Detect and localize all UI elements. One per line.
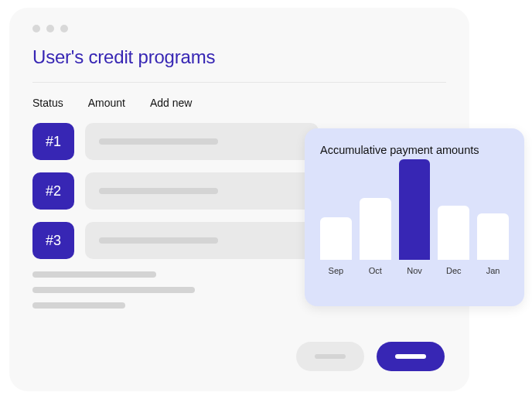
chart-bar-column: Jan — [477, 213, 509, 275]
column-headers: Status Amount Add new — [32, 97, 446, 109]
amount-field[interactable] — [85, 222, 319, 259]
placeholder-line — [32, 287, 195, 293]
chart-bar — [320, 217, 352, 260]
window-dot-icon — [32, 25, 40, 32]
col-addnew[interactable]: Add new — [150, 97, 192, 109]
chart-x-label: Dec — [446, 266, 462, 275]
list-item[interactable]: #1 — [32, 123, 319, 160]
placeholder-line — [99, 237, 218, 244]
credit-program-list: #1 #2 #3 — [32, 123, 319, 259]
window-dot-icon — [60, 25, 68, 32]
chart-title: Accumulative payment amounts — [320, 144, 509, 156]
chart-x-label: Sep — [329, 266, 344, 275]
window-controls — [32, 25, 446, 32]
chart-bar — [399, 159, 431, 260]
col-status: Status — [32, 97, 63, 109]
chart-card: Accumulative payment amounts SepOctNovDe… — [305, 128, 524, 306]
placeholder-line — [99, 138, 218, 145]
chart-bar-column: Oct — [360, 198, 391, 275]
chart-bar — [360, 198, 391, 260]
button-label-placeholder — [395, 354, 426, 359]
cancel-button[interactable] — [296, 342, 364, 371]
chart-bar-column: Sep — [320, 217, 352, 275]
bar-chart: SepOctNovDecJan — [320, 167, 509, 275]
placeholder-line — [32, 302, 125, 309]
amount-field[interactable] — [85, 123, 319, 160]
status-badge: #3 — [32, 222, 74, 259]
placeholder-line — [32, 271, 156, 278]
amount-field[interactable] — [85, 172, 319, 210]
chart-x-label: Oct — [369, 266, 382, 275]
placeholder-line — [99, 188, 218, 194]
chart-bar — [477, 213, 509, 260]
chart-bar-column: Dec — [438, 206, 469, 275]
col-amount: Amount — [88, 97, 125, 109]
confirm-button[interactable] — [377, 342, 445, 371]
status-badge: #2 — [32, 172, 74, 210]
button-label-placeholder — [315, 354, 346, 359]
status-badge: #1 — [32, 123, 74, 160]
chart-x-label: Jan — [486, 266, 500, 275]
chart-bar — [438, 206, 469, 260]
window-dot-icon — [46, 25, 54, 32]
list-item[interactable]: #2 — [32, 172, 319, 210]
list-item[interactable]: #3 — [32, 222, 319, 259]
page-title: User's credit programs — [32, 46, 446, 83]
chart-bar-column: Nov — [399, 159, 431, 275]
chart-x-label: Nov — [407, 266, 422, 275]
action-bar — [296, 342, 445, 371]
